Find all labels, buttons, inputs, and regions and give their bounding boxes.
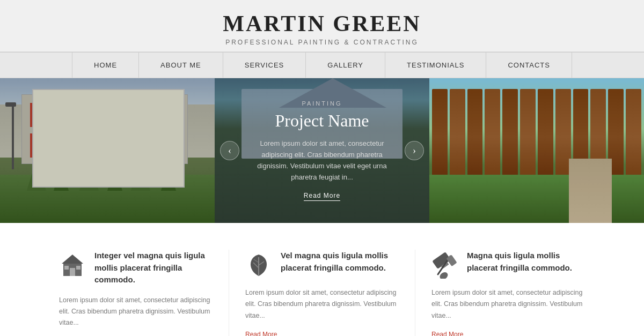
feature-1-header: Integer vel magna quis ligula mollis pla…	[59, 250, 213, 286]
nav-contacts[interactable]: CONTACTS	[486, 53, 572, 78]
feature-1-title: Integer vel magna quis ligula mollis pla…	[94, 250, 213, 286]
slide-category: PAINTING	[302, 100, 342, 107]
feature-3-header: Magna quis ligula mollis placerat fringi…	[431, 250, 585, 279]
feature-2-title: Vel magna quis ligula mollis placerat fr…	[281, 250, 399, 274]
feature-item-3: Magna quis ligula mollis placerat fringi…	[415, 250, 601, 336]
slider-center-panel: PAINTING Project Name Lorem ipsum dolor …	[215, 78, 429, 223]
svg-marker-0	[62, 255, 83, 264]
slider-left-panel	[0, 78, 215, 223]
feature-item-1: Integer vel magna quis ligula mollis pla…	[43, 250, 229, 336]
features-section: Integer vel magna quis ligula mollis pla…	[0, 223, 644, 336]
feature-3-desc: Lorem ipsum dolor sit amet, consectetur …	[431, 287, 585, 322]
feature-1-desc: Lorem ipsum dolor sit amet, consectetur …	[59, 295, 213, 329]
slide-readmore-button[interactable]: Read More	[304, 192, 340, 201]
slide-title: Project Name	[275, 111, 369, 131]
slider-next-button[interactable]: ›	[405, 141, 424, 160]
slider-right-panel	[429, 78, 644, 223]
slide-description: Lorem ipsum dolor sit amet, consectetur …	[247, 138, 397, 183]
feature-3-title: Magna quis ligula mollis placerat fringi…	[467, 250, 585, 274]
nav-home[interactable]: HOME	[72, 53, 139, 78]
paintbrush-icon	[431, 252, 458, 279]
house-icon	[59, 252, 86, 279]
nav-services[interactable]: SERVICES	[223, 53, 306, 78]
feature-2-readmore[interactable]: Read More	[245, 331, 277, 336]
svg-rect-4	[76, 266, 80, 270]
feature-2-desc: Lorem ipsum dolor sit amet, consectetur …	[245, 287, 399, 322]
nav-about[interactable]: ABOUT ME	[139, 53, 223, 78]
nav-testimonials[interactable]: TESTIMONIALS	[385, 53, 486, 78]
main-nav: HOME ABOUT ME SERVICES GALLERY TESTIMONI…	[0, 52, 644, 78]
feature-item-2: Vel magna quis ligula mollis placerat fr…	[229, 250, 415, 336]
site-header: MARTIN GREEN PROFESSIONAL PAINTING & CON…	[0, 0, 644, 52]
site-title: MARTIN GREEN	[0, 11, 644, 36]
feature-2-header: Vel magna quis ligula mollis placerat fr…	[245, 250, 399, 279]
svg-rect-2	[70, 268, 75, 276]
site-subtitle: PROFESSIONAL PAINTING & CONTRACTING	[0, 39, 644, 46]
svg-rect-3	[64, 266, 69, 270]
hero-slider: PAINTING Project Name Lorem ipsum dolor …	[0, 78, 644, 223]
feature-3-readmore[interactable]: Read More	[431, 331, 463, 336]
leaf-icon	[245, 252, 272, 279]
slider-prev-button[interactable]: ‹	[220, 141, 239, 160]
nav-gallery[interactable]: GALLERY	[306, 53, 385, 78]
